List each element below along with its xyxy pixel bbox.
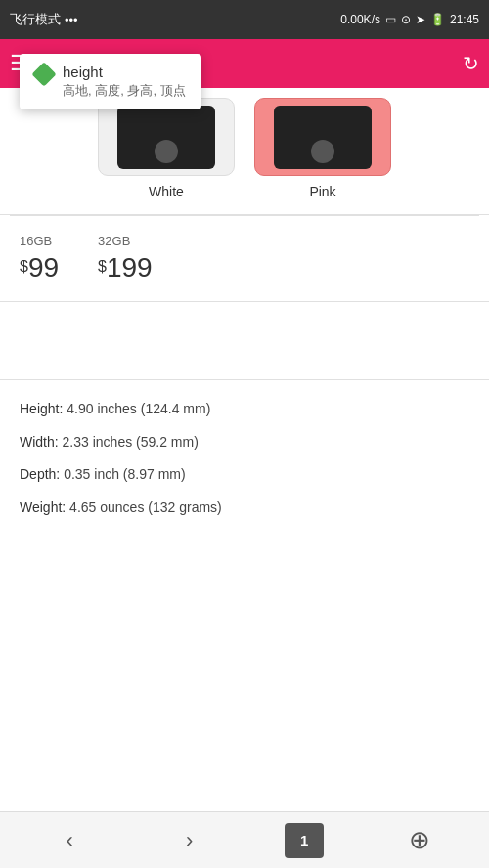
color-label-pink: Pink bbox=[309, 184, 335, 199]
storage-option-16gb[interactable]: 16GB $99 bbox=[20, 234, 59, 283]
carrier-text: 飞行模式 bbox=[10, 11, 61, 28]
storage-size-16gb: 16GB bbox=[20, 234, 59, 248]
tooltip-bookmark-icon bbox=[31, 62, 56, 86]
phone-screen-pink bbox=[274, 106, 372, 169]
carrier-dots: ••• bbox=[65, 13, 78, 27]
status-right: 0.00K/s ▭ ⊙ ➤ 🔋 21:45 bbox=[340, 13, 479, 26]
spec-row-weight: Weight: 4.65 ounces (132 grams) bbox=[20, 499, 469, 518]
tooltip-popup: height 高地, 高度, 身高, 顶点 bbox=[20, 54, 201, 109]
spec-row-height: Height: 4.90 inches (124.4 mm) bbox=[20, 400, 469, 419]
spec-label-height: Height: bbox=[20, 401, 63, 416]
spec-value-width: 2.33 inches (59.2 mm) bbox=[63, 434, 199, 450]
phone-image-white bbox=[98, 98, 235, 176]
time-text: 21:45 bbox=[450, 13, 479, 26]
tooltip-translation: 高地, 高度, 身高, 顶点 bbox=[63, 82, 186, 100]
page-number: 1 bbox=[285, 823, 324, 858]
wifi-icon: ⊙ bbox=[401, 13, 411, 26]
back-button[interactable]: ‹ bbox=[45, 821, 94, 860]
specs-section: Height: 4.90 inches (124.4 mm) Width: 2.… bbox=[0, 380, 489, 550]
bottom-nav: ‹ › 1 ⊕ bbox=[0, 811, 489, 868]
phone-image-pink bbox=[254, 98, 391, 176]
color-item-pink[interactable]: Pink bbox=[254, 98, 391, 199]
spec-row-width: Width: 2.33 inches (59.2 mm) bbox=[20, 433, 469, 453]
spec-label-depth: Depth: bbox=[20, 466, 60, 482]
tooltip-word: height bbox=[63, 64, 186, 80]
storage-option-32gb[interactable]: 32GB $199 bbox=[98, 234, 153, 283]
signal-icon: ▭ bbox=[385, 13, 396, 26]
storage-options: 16GB $99 32GB $199 bbox=[20, 234, 469, 283]
add-icon: ⊕ bbox=[409, 825, 430, 855]
status-left: 飞行模式 ••• bbox=[10, 11, 78, 28]
storage-size-32gb: 32GB bbox=[98, 234, 153, 248]
network-speed: 0.00K/s bbox=[340, 13, 380, 26]
spec-label-width: Width: bbox=[20, 434, 59, 450]
storage-section: 16GB $99 32GB $199 bbox=[0, 216, 489, 302]
color-images: White Pink bbox=[0, 98, 489, 199]
phone-screen-white bbox=[117, 106, 215, 169]
status-bar: 飞行模式 ••• 0.00K/s ▭ ⊙ ➤ 🔋 21:45 bbox=[0, 0, 489, 39]
storage-price-16gb: $99 bbox=[20, 252, 59, 283]
spec-row-depth: Depth: 0.35 inch (8.97 mm) bbox=[20, 465, 469, 485]
forward-icon: › bbox=[186, 828, 193, 853]
back-icon: ‹ bbox=[67, 828, 73, 853]
main-content: White Pink 16GB $99 32GB $199 bbox=[0, 88, 489, 811]
tooltip-content: height 高地, 高度, 身高, 顶点 bbox=[63, 64, 186, 100]
spec-value-weight: 4.65 ounces (132 grams) bbox=[69, 499, 222, 515]
color-label-white: White bbox=[149, 184, 184, 199]
storage-price-32gb: $199 bbox=[98, 252, 153, 283]
battery-icon: 🔋 bbox=[430, 13, 445, 26]
spec-label-weight: Weight: bbox=[20, 499, 66, 515]
arrow-icon: ➤ bbox=[416, 13, 425, 26]
spec-value-depth: 0.35 inch (8.97 mm) bbox=[64, 466, 186, 482]
banner-section bbox=[0, 302, 489, 380]
add-button[interactable]: ⊕ bbox=[395, 821, 444, 860]
spec-value-height: 4.90 inches (124.4 mm) bbox=[67, 401, 210, 416]
search-icon[interactable]: ↻ bbox=[463, 52, 479, 75]
color-item-white[interactable]: White bbox=[98, 98, 235, 199]
forward-button[interactable]: › bbox=[165, 821, 214, 860]
